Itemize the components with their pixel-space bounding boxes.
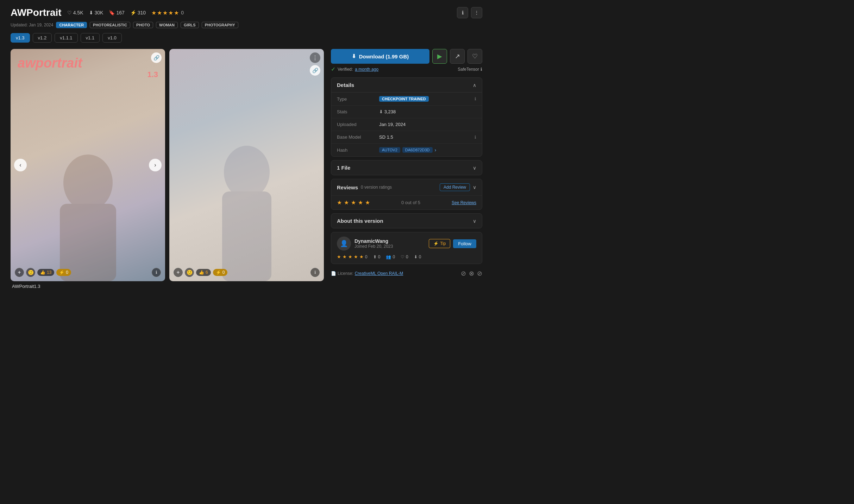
- tag-character[interactable]: CHARACTER: [56, 22, 87, 28]
- more-btn-2[interactable]: ⋮: [310, 52, 320, 63]
- safe-tensor-info-icon[interactable]: ℹ: [481, 67, 482, 72]
- react-button-1[interactable]: 🙂: [26, 268, 35, 277]
- react-button-2[interactable]: 🙂: [185, 268, 194, 277]
- creator-row: 👤 DynamicWang Joined Feb 20, 2023 ⚡ Tip …: [337, 237, 476, 251]
- top-right-actions: ℹ ⋮: [457, 7, 482, 18]
- tip-button[interactable]: ⚡ Tip: [429, 239, 450, 248]
- creator-rating-stat: ★★★★★ 0: [337, 254, 368, 259]
- follow-button[interactable]: Follow: [453, 239, 476, 248]
- details-card: Details ∧ Type CHECKPOINT TRAINED ℹ Stat…: [331, 77, 482, 157]
- images-section: awportrait 1.3 ‹ › 🔗: [11, 49, 324, 281]
- tag-photography[interactable]: PHOTOGRAPHY: [202, 22, 238, 28]
- image-2: [169, 49, 324, 281]
- creator-card: 👤 DynamicWang Joined Feb 20, 2023 ⚡ Tip …: [331, 232, 482, 264]
- verified-row: ✓ Verified: a month ago SafeTensor ℹ: [331, 66, 482, 73]
- reviews-card: Reviews 0 version ratings Add Review ∨ ★…: [331, 179, 482, 210]
- image-card-1: awportrait 1.3 ‹ › 🔗: [11, 49, 165, 281]
- no-copy-icon: ⊗: [469, 270, 474, 277]
- about-chevron: ∨: [473, 218, 476, 224]
- tips-stat: ⚡ 310: [130, 10, 146, 15]
- link-button-2[interactable]: 🔗: [310, 65, 320, 76]
- tip-count-2: ⚡ 0: [213, 269, 228, 276]
- star-1: ★: [151, 10, 156, 16]
- reviews-chevron: ∨: [473, 184, 476, 190]
- file-chevron: ∨: [473, 165, 476, 171]
- card-1-bottom: + 🙂 👍 13 ⚡ 0 ℹ: [15, 268, 161, 277]
- tag-girls[interactable]: GIRLS: [181, 22, 199, 28]
- creator-likes-stat: ♡ 0: [401, 254, 408, 259]
- tag-photo[interactable]: PHOTO: [133, 22, 153, 28]
- version-selector: v1.3 v1.2 v1.1.1 v1.1 v1.0: [11, 33, 482, 43]
- share-button[interactable]: ↗: [450, 49, 465, 64]
- image-info-btn-1[interactable]: ℹ: [152, 268, 161, 277]
- favorite-button[interactable]: ♡: [467, 49, 482, 64]
- tag-photorealistic[interactable]: PHOTOREALISTIC: [90, 22, 130, 28]
- hash-group: AUTOV2 DA6D872D3D ›: [379, 147, 436, 153]
- reviews-header: Reviews 0 version ratings Add Review ∨: [331, 179, 482, 196]
- bookmark-icon: 🔖: [109, 10, 115, 15]
- review-stars: ★ ★ ★ ★ ★: [337, 199, 370, 206]
- right-panel: ⬇ Download (1.99 GB) ▶ ↗ ♡ ✓ Verified: a…: [331, 49, 482, 281]
- details-chevron: ∧: [473, 82, 476, 88]
- tag-woman[interactable]: WOMAN: [156, 22, 178, 28]
- type-info-icon[interactable]: ℹ: [475, 96, 476, 101]
- footer-row: 📄 License: CreativeML Open RAIL-M ⊘ ⊗ ⊘: [331, 267, 482, 277]
- image-version-badge: 1.3: [147, 70, 158, 79]
- image-1: awportrait 1.3: [11, 49, 165, 281]
- about-card: About this version ∨: [331, 213, 482, 228]
- info-icon-button[interactable]: ℹ: [457, 7, 468, 18]
- verified-time-link[interactable]: a month ago: [355, 67, 378, 72]
- card-2-top-actions: ⋮ 🔗: [310, 52, 320, 76]
- star-4: ★: [168, 10, 173, 16]
- version-v10[interactable]: v1.0: [102, 33, 122, 43]
- detail-hash: Hash AUTOV2 DA6D872D3D ›: [331, 144, 482, 156]
- download-button[interactable]: ⬇ Download (1.99 GB): [331, 49, 429, 64]
- footer-icons: ⊘ ⊗ ⊘: [461, 270, 482, 277]
- rating-stars: ★ ★ ★ ★ ★ 0: [151, 10, 184, 16]
- version-v12[interactable]: v1.2: [33, 33, 52, 43]
- like-count-2: 👍 6: [196, 269, 211, 276]
- license-icon: 📄: [331, 271, 336, 276]
- file-card: 1 File ∨: [331, 160, 482, 175]
- rating-out-of: 0 out of 5: [401, 200, 420, 205]
- see-reviews-button[interactable]: See Reviews: [452, 200, 476, 205]
- about-header[interactable]: About this version ∨: [331, 214, 482, 228]
- version-v13[interactable]: v1.3: [11, 33, 30, 43]
- version-v11[interactable]: v1.1: [81, 33, 100, 43]
- details-header[interactable]: Details ∧: [331, 78, 482, 93]
- updated-text: Updated: Jan 19, 2024: [11, 23, 53, 27]
- more-options-button[interactable]: ⋮: [471, 7, 482, 18]
- creator-info: DynamicWang Joined Feb 20, 2023: [354, 238, 425, 249]
- detail-type: Type CHECKPOINT TRAINED ℹ: [331, 93, 482, 106]
- tip-count-1: ⚡ 0: [56, 269, 71, 276]
- star-2: ★: [157, 10, 162, 16]
- card-2-bottom: + 🙂 👍 6 ⚡ 0 ℹ: [174, 268, 320, 277]
- creator-stats-row: ★★★★★ 0 ⬆ 0 👥 0 ♡ 0: [337, 254, 476, 259]
- svg-point-2: [224, 146, 270, 199]
- detail-uploaded: Uploaded Jan 19, 2024: [331, 118, 482, 131]
- next-arrow[interactable]: ›: [149, 159, 162, 171]
- hash-expand-arrow[interactable]: ›: [435, 147, 437, 153]
- safe-tensor-label: SafeTensor ℹ: [458, 67, 482, 72]
- link-button-1[interactable]: 🔗: [151, 52, 162, 63]
- download-icon: ⬇: [89, 10, 93, 15]
- file-card-header[interactable]: 1 File ∨: [331, 160, 482, 175]
- no-share-icon: ⊘: [477, 270, 482, 277]
- download-btn-icon: ⬇: [352, 53, 356, 59]
- like-count-1: 👍 13: [37, 269, 54, 276]
- base-model-info-icon[interactable]: ℹ: [475, 135, 476, 140]
- image-info-btn-2[interactable]: ℹ: [310, 268, 320, 277]
- verified-text: Verified:: [338, 67, 353, 72]
- reviews-bottom: ★ ★ ★ ★ ★ 0 out of 5 See Reviews: [331, 196, 482, 209]
- star-5: ★: [174, 10, 179, 16]
- action-row: ⬇ Download (1.99 GB) ▶ ↗ ♡: [331, 49, 482, 64]
- add-to-collection-2[interactable]: +: [174, 268, 183, 277]
- add-review-button[interactable]: Add Review: [440, 183, 470, 191]
- downloads-stat: ⬇ 30K: [89, 10, 103, 15]
- play-button[interactable]: ▶: [432, 49, 447, 64]
- license-link[interactable]: CreativeML Open RAIL-M: [355, 271, 403, 276]
- prev-arrow[interactable]: ‹: [14, 159, 27, 171]
- add-to-collection-1[interactable]: +: [15, 268, 24, 277]
- version-v111[interactable]: v1.1.1: [55, 33, 77, 43]
- creator-actions: ⚡ Tip Follow: [429, 239, 476, 248]
